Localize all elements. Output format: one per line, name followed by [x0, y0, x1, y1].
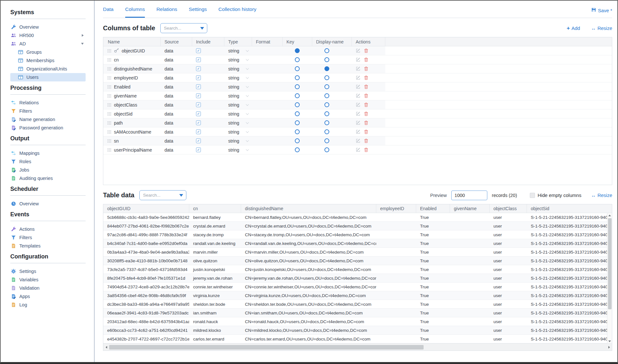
save-button[interactable]: Save *: [591, 7, 612, 18]
sidebar-item-hr500[interactable]: HR500: [10, 31, 86, 40]
sidebar-item-overview[interactable]: Overview: [10, 200, 86, 208]
sidebar-item-relations[interactable]: Relations: [10, 98, 86, 107]
display-name-radio[interactable]: [324, 111, 329, 116]
table-search-input[interactable]: [143, 193, 176, 198]
edit-button[interactable]: [356, 138, 360, 143]
delete-button[interactable]: [364, 93, 369, 98]
chevron-down-icon[interactable]: [246, 94, 249, 97]
include-checkbox[interactable]: ✓: [196, 138, 201, 143]
delete-button[interactable]: [364, 120, 369, 125]
sidebar-item-variables[interactable]: Variables: [10, 275, 86, 284]
sidebar-item-name-generation[interactable]: Name generation: [10, 115, 86, 124]
sidebar-item-actions[interactable]: Actions: [10, 225, 86, 233]
key-radio[interactable]: [295, 93, 300, 98]
table-row[interactable]: 844eb077-27bd-4061-82be-f0982b067c2ecrys…: [103, 222, 612, 230]
chevron-down-icon[interactable]: [246, 112, 249, 115]
horizontal-scrollbar-thumb[interactable]: [109, 345, 424, 350]
chevron-down-icon[interactable]: [246, 76, 249, 79]
display-name-radio[interactable]: [324, 138, 329, 143]
delete-button[interactable]: [364, 111, 369, 116]
drag-handle-icon[interactable]: [107, 85, 111, 89]
include-checkbox[interactable]: ✓: [196, 75, 201, 80]
table-row[interactable]: 73cfe2a5-7337-4c87-b5e0-43716fd593d4just…: [103, 265, 612, 274]
chevron-down-icon[interactable]: [246, 67, 249, 70]
edit-button[interactable]: [356, 57, 360, 62]
sidebar-item-jobs[interactable]: Jobs: [10, 166, 86, 174]
hide-empty-columns-toggle[interactable]: Hide empty columns: [530, 192, 581, 198]
sidebar-item-memberships[interactable]: Memberships: [10, 56, 86, 65]
columns-search-dropdown[interactable]: [160, 23, 207, 33]
vertical-scrollbar-thumb[interactable]: [608, 218, 612, 309]
include-checkbox[interactable]: ✓: [196, 84, 201, 89]
drag-handle-icon[interactable]: [107, 103, 111, 107]
edit-button[interactable]: [356, 75, 360, 80]
edit-button[interactable]: [356, 84, 360, 89]
key-radio[interactable]: [295, 111, 300, 116]
include-checkbox[interactable]: ✓: [196, 93, 201, 98]
preview-input[interactable]: [451, 191, 487, 200]
table-row[interactable]: 97ac2c86-d841-499c-888f-778b3b33e24fstac…: [103, 230, 612, 239]
include-checkbox[interactable]: ✓: [196, 57, 201, 62]
table-row[interactable]: 06eaae2f-3941-4c83-91d8-79e573203adcian.…: [103, 309, 612, 317]
include-checkbox[interactable]: ✓: [196, 129, 201, 134]
drag-handle-icon[interactable]: [107, 94, 111, 98]
drag-handle-icon[interactable]: [107, 76, 111, 79]
tab-settings[interactable]: Settings: [189, 6, 207, 18]
horizontal-scrollbar[interactable]: [103, 343, 612, 350]
edit-button[interactable]: [356, 48, 360, 53]
sidebar-item-apps[interactable]: Apps: [10, 292, 86, 301]
key-radio[interactable]: [295, 138, 300, 143]
edit-button[interactable]: [356, 93, 360, 98]
delete-button[interactable]: [364, 84, 369, 89]
key-radio[interactable]: [295, 66, 300, 71]
hide-empty-checkbox[interactable]: [530, 193, 535, 198]
display-name-radio[interactable]: [324, 93, 329, 98]
edit-button[interactable]: [356, 111, 360, 116]
delete-button[interactable]: [364, 48, 369, 53]
drag-handle-icon[interactable]: [107, 49, 111, 52]
sidebar-item-mappings[interactable]: Mappings: [10, 149, 86, 157]
drag-handle-icon[interactable]: [107, 67, 111, 70]
sidebar-item-users[interactable]: Users: [10, 73, 86, 81]
display-name-radio[interactable]: [324, 102, 329, 107]
sidebar-item-ad[interactable]: AD: [10, 40, 86, 48]
chevron-down-icon[interactable]: [246, 58, 249, 61]
key-radio[interactable]: [295, 120, 300, 125]
table-row[interactable]: 0b3a4aa3-473e-4ba0-9e04-aede9b3a9aa3marv…: [103, 248, 612, 257]
key-radio[interactable]: [295, 102, 300, 107]
edit-button[interactable]: [356, 129, 360, 134]
key-radio[interactable]: [295, 48, 300, 53]
chevron-down-icon[interactable]: [246, 130, 249, 133]
display-name-radio[interactable]: [324, 147, 329, 152]
drag-handle-icon[interactable]: [107, 148, 111, 152]
chevron-right-icon[interactable]: [82, 34, 84, 37]
vertical-scrollbar[interactable]: [607, 213, 612, 343]
delete-button[interactable]: [364, 129, 369, 134]
key-radio[interactable]: [295, 147, 300, 152]
sidebar-item-password-generation[interactable]: Password generation: [10, 124, 86, 132]
sidebar-item-log[interactable]: Log: [10, 301, 86, 309]
scroll-down-arrow[interactable]: [607, 339, 612, 343]
add-button[interactable]: + Add: [567, 25, 580, 32]
tab-relations[interactable]: Relations: [156, 6, 177, 18]
table-search-dropdown[interactable]: [139, 190, 186, 200]
delete-button[interactable]: [364, 147, 369, 152]
tab-columns[interactable]: Columns: [125, 6, 145, 18]
scroll-up-arrow[interactable]: [607, 213, 612, 218]
columns-search-input[interactable]: [164, 26, 197, 31]
delete-button[interactable]: [364, 75, 369, 80]
chevron-down-icon[interactable]: [246, 103, 249, 106]
table-resize-button[interactable]: ↔ Resize: [591, 192, 612, 198]
table-row[interactable]: 203412ad-68ec-488e-b42d-6375943b41aarona…: [103, 317, 612, 326]
include-checkbox[interactable]: ✓: [196, 66, 201, 71]
edit-button[interactable]: [356, 102, 360, 107]
sidebar-item-settings[interactable]: Settings: [10, 267, 86, 275]
sidebar-item-filters[interactable]: Filters: [10, 233, 86, 242]
delete-button[interactable]: [364, 138, 369, 143]
table-row[interactable]: e454382b-2707-4722-8697-c72cc7272b1ecarl…: [103, 335, 612, 343]
sidebar-item-validation[interactable]: Validation: [10, 284, 86, 292]
delete-button[interactable]: [364, 57, 369, 62]
key-radio[interactable]: [295, 75, 300, 80]
display-name-radio[interactable]: [324, 66, 329, 71]
table-row[interactable]: 5cb6688c-cb3c-4a83-9a0e-5ee366059242bern…: [103, 213, 612, 222]
